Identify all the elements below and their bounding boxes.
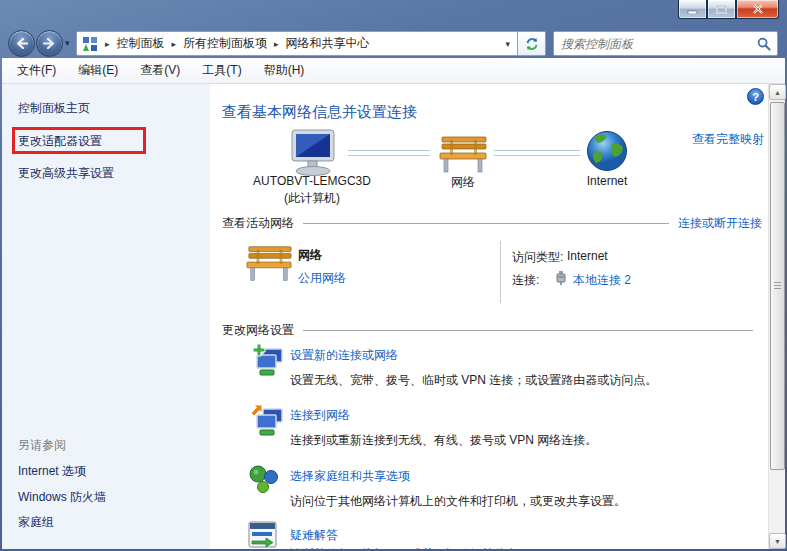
network-settings-title: 更改网络设置 [222, 322, 294, 339]
see-also-header: 另请参阅 [18, 437, 66, 454]
computer-map-icon[interactable] [284, 129, 340, 177]
internet-map-icon[interactable] [586, 130, 628, 172]
network-sharing-center-window: ▾ ▸ 控制面板 ▸ 所有控制面板项 ▸ 网络和共享中心 ▾ 文件(F) 编辑(… [0, 0, 787, 551]
network-map-icon[interactable] [438, 136, 488, 174]
sidebar-item-change-adapter-settings[interactable]: 更改适配器设置 [18, 133, 102, 150]
address-bar[interactable]: ▸ 控制面板 ▸ 所有控制面板项 ▸ 网络和共享中心 ▾ [76, 31, 518, 56]
menu-edit[interactable]: 编辑(E) [67, 58, 129, 83]
breadcrumb-arrow-icon: ▸ [267, 39, 286, 49]
forward-button[interactable] [36, 30, 63, 57]
close-button[interactable] [736, 0, 779, 19]
scroll-up-button[interactable]: ▲ [769, 84, 786, 100]
breadcrumb-arrow-icon: ▸ [165, 39, 184, 49]
breadcrumb-control-panel[interactable]: 控制面板 [117, 35, 165, 52]
refresh-button[interactable] [518, 31, 546, 56]
vertical-scrollbar[interactable]: ▲ ▼ [768, 84, 785, 549]
help-icon: ? [752, 91, 759, 103]
homegroup-sharing-options-link[interactable]: 选择家庭组和共享选项 [290, 468, 410, 485]
public-network-icon [245, 244, 293, 284]
connect-network-icon [250, 403, 284, 437]
local-connection-link[interactable]: 本地连接 2 [573, 272, 631, 289]
scroll-down-icon: ▼ [774, 538, 781, 545]
control-panel-icon [82, 36, 98, 52]
sidebar-item-control-panel-home[interactable]: 控制面板主页 [18, 100, 90, 117]
active-networks-title: 查看活动网络 [222, 215, 294, 232]
section-rule [303, 223, 669, 224]
search-icon[interactable] [757, 37, 771, 51]
troubleshoot-link[interactable]: 疑难解答 [290, 527, 338, 544]
homegroup-icon [248, 464, 280, 494]
ethernet-icon [555, 269, 567, 286]
section-rule [303, 330, 753, 331]
refresh-icon [525, 37, 539, 51]
close-icon [753, 4, 763, 14]
scroll-up-icon: ▲ [774, 89, 781, 96]
help-button[interactable]: ? [747, 88, 764, 105]
network-type-link[interactable]: 公用网络 [298, 270, 346, 287]
homegroup-sharing-options-desc: 访问位于其他网络计算机上的文件和打印机，或更改共享设置。 [290, 493, 626, 510]
breadcrumb-arrow-icon: ▸ [98, 39, 117, 49]
menu-help[interactable]: 帮助(H) [253, 58, 316, 83]
computer-sublabel: (此计算机) [247, 190, 377, 207]
address-dropdown-icon[interactable]: ▾ [505, 39, 517, 49]
active-networks-header: 查看活动网络 连接或断开连接 [222, 215, 762, 232]
breadcrumb-all-items[interactable]: 所有控制面板项 [183, 35, 267, 52]
search-box [553, 31, 778, 56]
computer-name-label: AUTOBVT-LEMGC3D [247, 174, 377, 188]
connect-to-network-link[interactable]: 连接到网络 [290, 407, 350, 424]
recent-pages-dropdown[interactable]: ▾ [65, 38, 70, 48]
forward-arrow-icon [43, 38, 56, 49]
menu-tools[interactable]: 工具(T) [191, 58, 252, 83]
view-full-map-link[interactable]: 查看完整映射 [692, 131, 764, 148]
sidebar-item-internet-options[interactable]: Internet 选项 [18, 463, 86, 480]
page-title: 查看基本网络信息并设置连接 [222, 103, 417, 122]
access-type-value: Internet [567, 249, 608, 263]
active-network-name: 网络 [298, 247, 322, 264]
map-connector-line [348, 150, 430, 156]
window-controls [678, 0, 779, 19]
troubleshoot-icon [248, 521, 278, 549]
maximize-button[interactable] [707, 0, 736, 19]
connect-to-network-desc: 连接到或重新连接到无线、有线、拨号或 VPN 网络连接。 [290, 432, 597, 449]
menu-bar: 文件(F) 编辑(E) 查看(V) 工具(T) 帮助(H) [2, 58, 785, 84]
setup-new-connection-link[interactable]: 设置新的连接或网络 [290, 347, 398, 364]
active-network-divider [500, 241, 501, 303]
breadcrumb-network-sharing-center[interactable]: 网络和共享中心 [286, 35, 370, 52]
maximize-icon [716, 5, 727, 14]
scrollbar-grip [774, 282, 781, 291]
network-map-label: 网络 [435, 174, 491, 191]
minimize-button[interactable] [678, 0, 707, 19]
new-connection-icon [250, 343, 284, 377]
menu-view[interactable]: 查看(V) [129, 58, 191, 83]
connections-label: 连接: [512, 272, 539, 289]
map-connector-line [494, 150, 580, 156]
sidebar-item-homegroup[interactable]: 家庭组 [18, 514, 54, 531]
troubleshoot-desc: 诊断并修复网络问题，或获得疑难解答信息。 [290, 546, 530, 549]
menu-file[interactable]: 文件(F) [6, 58, 67, 83]
scrollbar-thumb[interactable] [770, 102, 785, 470]
access-type-label: 访问类型: [512, 249, 563, 266]
setup-new-connection-desc: 设置无线、宽带、拨号、临时或 VPN 连接；或设置路由器或访问点。 [290, 372, 657, 389]
back-arrow-icon [15, 38, 28, 49]
back-button[interactable] [8, 30, 35, 57]
sidebar-item-change-advanced-sharing[interactable]: 更改高级共享设置 [18, 165, 114, 182]
sidebar-item-windows-firewall[interactable]: Windows 防火墙 [18, 489, 106, 506]
task-sidebar: 控制面板主页 更改适配器设置 更改高级共享设置 另请参阅 Internet 选项… [2, 84, 210, 549]
search-input[interactable] [554, 37, 757, 51]
connect-disconnect-link[interactable]: 连接或断开连接 [678, 215, 762, 232]
minimize-icon [687, 5, 698, 14]
main-panel: ? 查看基本网络信息并设置连接 AUTOBVT-LEMGC3D (此计算机) 网… [210, 84, 768, 549]
network-settings-header: 更改网络设置 [222, 322, 762, 339]
scroll-down-button[interactable]: ▼ [769, 533, 786, 549]
internet-map-label: Internet [567, 174, 647, 188]
